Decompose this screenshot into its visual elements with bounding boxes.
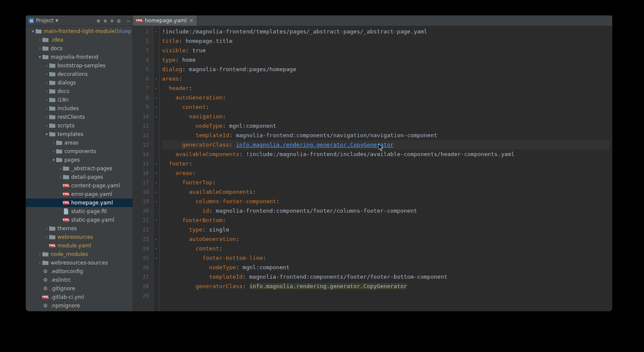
code-line[interactable]: title: homepage.title: [162, 36, 610, 46]
code-line[interactable]: availableComponents:: [162, 187, 610, 197]
tree-arrow-icon[interactable]: ›: [45, 72, 49, 76]
fold-marker[interactable]: ▾: [153, 74, 159, 84]
tree-arrow-icon[interactable]: ›: [45, 98, 49, 102]
tree-item[interactable]: ›bootstrap-samples: [26, 61, 132, 70]
code-line[interactable]: columns-footer-component:: [162, 197, 610, 206]
code-line[interactable]: areas:: [162, 74, 610, 84]
fold-marker[interactable]: ▾: [153, 84, 159, 93]
tree-arrow-icon[interactable]: ›: [38, 46, 42, 51]
fold-marker[interactable]: ▾: [153, 112, 159, 121]
tree-arrow-icon[interactable]: ▾: [45, 132, 49, 136]
fold-marker[interactable]: ▾: [153, 216, 159, 225]
fold-marker[interactable]: ▾: [153, 235, 159, 244]
expand-all-icon[interactable]: ≑: [104, 18, 107, 24]
tree-item[interactable]: ›i18n: [26, 96, 132, 104]
code-line[interactable]: availableComponents: !include:/magnolia-…: [162, 150, 610, 159]
tree-item[interactable]: YMLmodule.yaml: [26, 241, 132, 250]
tree-arrow-icon[interactable]: ▾: [38, 55, 42, 59]
tree-arrow-icon[interactable]: ›: [51, 141, 56, 145]
locate-icon[interactable]: ⊕: [97, 18, 100, 24]
tree-item[interactable]: ›detail-pages: [26, 173, 132, 181]
hide-button[interactable]: —: [126, 18, 130, 24]
tree-item[interactable]: ⚙.gitignore: [26, 284, 132, 293]
tree-item[interactable]: ›docs: [26, 44, 132, 53]
fold-marker[interactable]: ▾: [153, 27, 159, 36]
tree-arrow-icon[interactable]: ›: [38, 252, 42, 256]
project-tool-button[interactable]: ▤ Project ▼: [28, 18, 58, 24]
tree-item[interactable]: YML.gitlab-ci.yml: [26, 293, 132, 301]
fold-marker[interactable]: ▾: [153, 93, 159, 102]
tree-item[interactable]: ›decorations: [26, 70, 132, 78]
tree-item[interactable]: ▾templates: [26, 130, 132, 138]
code-line[interactable]: generatorClass: info.magnolia.rendering.…: [162, 282, 610, 291]
code-content[interactable]: !include:/magnolia-frontend/templates/pa…: [159, 26, 612, 311]
tree-item[interactable]: ⚙.editorconfig: [26, 267, 132, 276]
tree-arrow-icon[interactable]: ▾: [51, 158, 56, 162]
tree-item[interactable]: static-page.ftl: [26, 207, 132, 216]
tree-item[interactable]: ›components: [26, 147, 132, 156]
fold-marker[interactable]: ▾: [153, 197, 159, 206]
fold-marker[interactable]: ▾: [153, 102, 159, 112]
tree-arrow-icon[interactable]: ›: [51, 149, 56, 153]
tree-arrow-icon[interactable]: ›: [45, 226, 49, 231]
tree-arrow-icon[interactable]: ›: [45, 123, 49, 128]
code-line[interactable]: autoGeneration:: [162, 93, 610, 102]
code-line[interactable]: visible: true: [162, 46, 610, 55]
tree-item[interactable]: YMLstatic-page.yaml: [26, 216, 132, 224]
code-line[interactable]: areas:: [162, 168, 610, 178]
tree-arrow-icon[interactable]: ›: [58, 175, 63, 179]
tree-arrow-icon[interactable]: ›: [38, 38, 42, 42]
code-line[interactable]: content:: [162, 102, 610, 112]
code-line[interactable]: content:: [162, 244, 610, 253]
gear-icon[interactable]: ⚙: [117, 18, 120, 24]
tree-item[interactable]: ›.idea: [26, 36, 132, 44]
fold-marker[interactable]: ▾: [153, 178, 159, 187]
tree-arrow-icon[interactable]: ›: [45, 235, 49, 239]
code-line[interactable]: type: home: [162, 55, 610, 65]
fold-marker[interactable]: ▾: [153, 253, 159, 263]
fold-marker[interactable]: ▾: [153, 244, 159, 253]
tab-homepage-yaml[interactable]: YML homepage.yaml ×: [133, 15, 197, 26]
code-line[interactable]: templateId: magnolia-frontend:components…: [162, 272, 610, 282]
code-line[interactable]: footer-bottom-line:: [162, 253, 610, 263]
fold-marker[interactable]: ▾: [153, 168, 159, 178]
tree-item[interactable]: ▾pages: [26, 156, 132, 164]
tree-item[interactable]: ›themes: [26, 224, 132, 233]
code-line[interactable]: header:: [162, 84, 610, 93]
code-line[interactable]: dialog: magnolia-frontend:pages/homepage: [162, 65, 610, 74]
tree-arrow-icon[interactable]: ▾: [31, 29, 35, 33]
collapse-all-icon[interactable]: ≐: [111, 18, 114, 24]
tree-item[interactable]: ⚙.eslintrc: [26, 276, 132, 284]
tree-item[interactable]: ›restClients: [26, 113, 132, 121]
code-line[interactable]: nodeType: mgnl:component: [162, 121, 610, 131]
tree-item[interactable]: YMLerror-page.yaml: [26, 190, 132, 199]
tree-item[interactable]: ▾main-frontend-light-module [bluep: [26, 27, 132, 36]
tree-item[interactable]: ›webresources: [26, 233, 132, 241]
code-line[interactable]: [162, 291, 610, 301]
tree-item[interactable]: ›includes: [26, 104, 132, 113]
tree-item[interactable]: ›node_modules: [26, 250, 132, 259]
tree-arrow-icon[interactable]: ›: [45, 63, 49, 68]
code-line[interactable]: footer:: [162, 159, 610, 168]
tree-arrow-icon[interactable]: ›: [45, 81, 49, 85]
code-line[interactable]: navigation:: [162, 112, 610, 121]
tree-arrow-icon[interactable]: ›: [58, 166, 63, 171]
tree-item[interactable]: ⚙.npmignore: [26, 301, 132, 310]
tree-item[interactable]: YMLhomepage.yaml: [26, 199, 132, 207]
tree-item[interactable]: YMLcontent-page.yaml: [26, 181, 132, 190]
fold-marker[interactable]: ▾: [153, 187, 159, 197]
code-line[interactable]: footerBottom:: [162, 216, 610, 225]
code-line[interactable]: footerTop:: [162, 178, 610, 187]
project-tree[interactable]: ▾main-frontend-light-module [bluep›.idea…: [26, 26, 132, 311]
tree-arrow-icon[interactable]: ›: [45, 89, 49, 93]
tree-item[interactable]: ›dialogs: [26, 78, 132, 87]
tree-item[interactable]: ›areas: [26, 138, 132, 147]
tree-item[interactable]: ›_abstract-pages: [26, 164, 132, 173]
fold-marker[interactable]: ▾: [153, 159, 159, 168]
tree-item[interactable]: ›scripts: [26, 121, 132, 130]
code-line[interactable]: templateId: magnolia-frontend:components…: [162, 131, 610, 140]
code-line[interactable]: id: magnolia-frontend:components/footer/…: [162, 206, 610, 216]
editor-body[interactable]: 1234567891011121314151617181920212223242…: [133, 26, 612, 311]
tree-arrow-icon[interactable]: ›: [38, 261, 42, 265]
tree-arrow-icon[interactable]: ›: [45, 106, 49, 111]
